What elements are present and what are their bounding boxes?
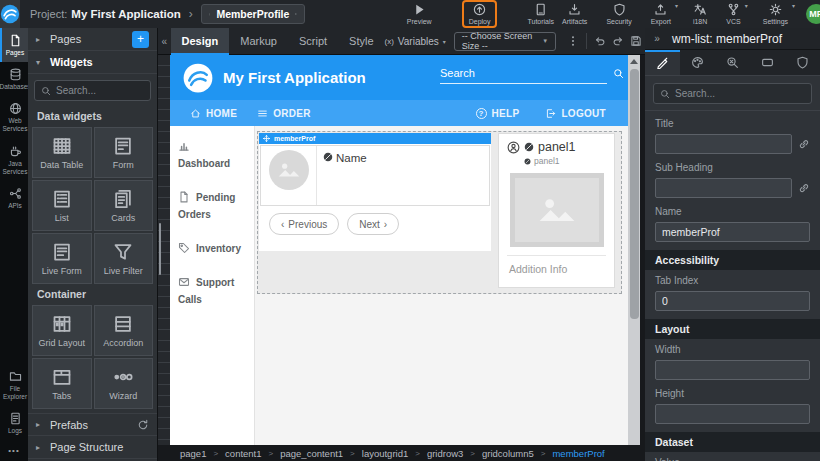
kebab-menu-icon[interactable] bbox=[567, 33, 579, 49]
widget-breadcrumb: page1 > content1 > page_content1 > layou… bbox=[158, 445, 645, 461]
redo-icon[interactable] bbox=[612, 33, 624, 49]
tab-security[interactable] bbox=[785, 50, 820, 75]
image-placeholder[interactable] bbox=[510, 173, 604, 247]
wavemaker-logo[interactable] bbox=[0, 0, 20, 28]
tabs-icon bbox=[52, 367, 72, 387]
nav-help[interactable]: ? HELP bbox=[476, 108, 520, 119]
ruler-scrollbar-thumb[interactable] bbox=[159, 223, 161, 275]
widget-tile-form[interactable]: Form bbox=[94, 127, 154, 178]
tab-markup[interactable]: Markup bbox=[229, 28, 288, 55]
user-avatar[interactable]: MP bbox=[806, 4, 820, 24]
widget-tile-live-filter[interactable]: Live Filter bbox=[94, 233, 154, 284]
preview-button[interactable]: Preview bbox=[403, 2, 436, 26]
scroll-up-icon[interactable] bbox=[630, 59, 638, 64]
tab-styles[interactable] bbox=[680, 50, 715, 75]
widget-tile-live-form[interactable]: Live Form bbox=[32, 233, 92, 284]
rail-item-web-services[interactable]: Web Services bbox=[0, 96, 28, 138]
export-button[interactable]: Export ▾ bbox=[647, 2, 678, 26]
sub-heading-input[interactable] bbox=[655, 178, 792, 198]
tutorials-button[interactable]: Tutorials bbox=[523, 2, 558, 26]
previous-button[interactable]: ‹ Previous bbox=[269, 213, 339, 235]
artifacts-button[interactable]: Artifacts bbox=[558, 2, 591, 26]
name-input[interactable] bbox=[655, 222, 810, 242]
widget-tile-list[interactable]: List bbox=[32, 180, 92, 231]
rail-item-file-explorer[interactable]: File Explorer bbox=[0, 364, 28, 406]
widget-tile-tabs[interactable]: Tabs bbox=[32, 358, 92, 409]
panel1-widget[interactable]: panel1 panel1 Addition Info bbox=[498, 133, 615, 288]
collapse-left-panel-icon[interactable]: « bbox=[158, 33, 171, 49]
tab-style[interactable]: Style bbox=[338, 28, 384, 55]
bind-link-icon[interactable] bbox=[798, 138, 810, 150]
rail-item-databases[interactable]: Databases bbox=[0, 62, 28, 96]
deploy-button[interactable]: Deploy bbox=[462, 0, 498, 28]
vcs-button[interactable]: VCS ▾ bbox=[722, 2, 747, 26]
breadcrumb-item-active[interactable]: memberProf bbox=[552, 448, 604, 459]
tab-script[interactable]: Script bbox=[288, 28, 338, 55]
rail-item-logs[interactable]: Logs bbox=[0, 406, 28, 440]
menu-item-dashboard[interactable]: Dashboard bbox=[178, 138, 246, 172]
memberprof-selection-bar[interactable]: memberProf bbox=[259, 133, 491, 144]
pages-accordion[interactable]: ▸ Pages + bbox=[28, 28, 157, 51]
memberprof-list-widget[interactable]: memberProf Name bbox=[259, 133, 491, 251]
app-search-input[interactable] bbox=[440, 65, 607, 84]
selected-grid-column[interactable]: memberProf Name bbox=[257, 131, 622, 294]
list-item-template[interactable]: Name bbox=[260, 145, 490, 206]
rail-item-java-services[interactable]: Java Services bbox=[0, 139, 28, 181]
widget-tile-data-table[interactable]: Data Table bbox=[32, 127, 92, 178]
widget-tile-grid-layout[interactable]: Grid Layout bbox=[32, 305, 92, 356]
properties-search[interactable] bbox=[653, 83, 812, 104]
save-icon[interactable] bbox=[630, 33, 642, 49]
next-glyph: › bbox=[384, 219, 387, 230]
page-tab-memberprofile[interactable]: MemberProfile bbox=[201, 4, 305, 24]
add-page-button[interactable]: + bbox=[132, 31, 149, 48]
undo-icon[interactable] bbox=[594, 33, 606, 49]
tab-device[interactable] bbox=[750, 50, 785, 75]
page-structure-accordion[interactable]: ▸ Page Structure bbox=[28, 436, 157, 459]
menu-item-pending-orders[interactable]: Pending Orders bbox=[178, 189, 246, 223]
widget-tile-accordion[interactable]: Accordion bbox=[94, 305, 154, 356]
width-input[interactable] bbox=[655, 360, 810, 380]
widget-tile-wizard[interactable]: Wizard bbox=[94, 358, 154, 409]
panel1-header[interactable]: panel1 bbox=[507, 140, 606, 154]
pencil-icon bbox=[656, 56, 669, 69]
tab-design[interactable]: Design bbox=[171, 28, 230, 55]
next-button[interactable]: Next › bbox=[347, 213, 399, 235]
widget-tile-cards[interactable]: Cards bbox=[94, 180, 154, 231]
more-options-icon[interactable]: ••• bbox=[0, 440, 28, 461]
properties-search-input[interactable] bbox=[675, 88, 795, 99]
rail-item-pages[interactable]: Pages bbox=[0, 28, 28, 62]
widget-search-input[interactable] bbox=[56, 85, 141, 96]
app-search[interactable] bbox=[440, 65, 607, 84]
tab-events[interactable] bbox=[715, 50, 750, 75]
breadcrumb-item[interactable]: layoutgrid1 bbox=[362, 448, 408, 459]
nav-logout[interactable]: LOGOUT bbox=[545, 108, 606, 119]
scrollbar-thumb[interactable] bbox=[630, 69, 639, 319]
widgets-accordion[interactable]: ▾ Widgets bbox=[28, 51, 157, 74]
breadcrumb-item[interactable]: gridcolumn5 bbox=[482, 448, 534, 459]
menu-item-support-calls[interactable]: Support Calls bbox=[178, 274, 246, 308]
menu-item-inventory[interactable]: Inventory bbox=[178, 240, 246, 257]
i18n-button[interactable]: i18N bbox=[689, 2, 711, 26]
panel1-title: panel1 bbox=[538, 140, 576, 154]
nav-home[interactable]: HOME bbox=[190, 108, 237, 119]
rail-item-apis[interactable]: APIs bbox=[0, 181, 28, 215]
breadcrumb-item[interactable]: content1 bbox=[225, 448, 261, 459]
prefabs-accordion[interactable]: ▸ Prefabs bbox=[28, 413, 157, 436]
variables-dropdown[interactable]: (x) Variables ▾ bbox=[385, 36, 446, 47]
security-button[interactable]: Security bbox=[602, 2, 635, 26]
tab-index-input[interactable] bbox=[655, 291, 810, 311]
widget-search[interactable] bbox=[34, 80, 151, 101]
bind-link-icon[interactable] bbox=[798, 182, 810, 194]
collapse-right-panel-icon[interactable]: » bbox=[649, 31, 665, 47]
breadcrumb-item[interactable]: page1 bbox=[180, 448, 206, 459]
title-input[interactable] bbox=[655, 134, 792, 154]
tab-properties[interactable] bbox=[645, 50, 680, 75]
screen-size-select[interactable]: -- Choose Screen Size -- ▼ bbox=[454, 32, 556, 51]
canvas-scrollbar[interactable] bbox=[628, 55, 640, 457]
search-icon[interactable] bbox=[613, 68, 624, 79]
breadcrumb-item[interactable]: gridrow3 bbox=[427, 448, 463, 459]
nav-order[interactable]: ORDER bbox=[257, 108, 311, 119]
breadcrumb-item[interactable]: page_content1 bbox=[280, 448, 343, 459]
height-input[interactable] bbox=[655, 404, 810, 424]
settings-button[interactable]: Settings ▾ bbox=[759, 2, 795, 26]
